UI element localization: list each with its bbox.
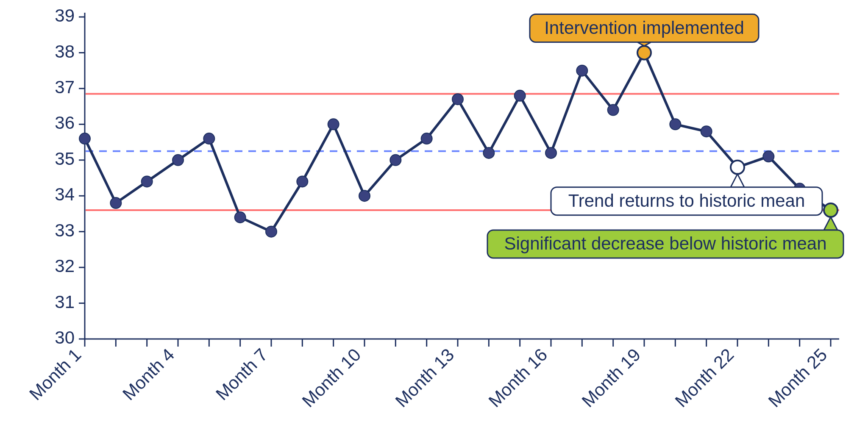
data-marker	[79, 133, 90, 144]
x-tick-label-group: Month 25	[764, 344, 831, 411]
y-tick-label: 35	[55, 149, 75, 169]
data-marker	[235, 212, 246, 223]
y-tick-label: 36	[55, 113, 75, 133]
x-tick-label: Month 1	[25, 344, 85, 404]
y-tick-label: 32	[55, 256, 75, 276]
data-marker	[359, 190, 370, 201]
data-marker	[545, 147, 556, 158]
data-marker	[203, 133, 214, 144]
callout-pointer-icon	[731, 174, 744, 187]
x-tick-label-group: Month 13	[391, 344, 458, 411]
data-marker	[110, 197, 121, 208]
x-tick-label-group: Month 7	[212, 344, 272, 404]
x-tick-label-group: Month 16	[484, 344, 551, 411]
x-tick-label: Month 16	[484, 344, 551, 411]
data-marker	[515, 90, 526, 101]
highlight-marker	[824, 203, 837, 217]
intervention: Intervention implemented	[530, 14, 759, 46]
data-marker	[266, 226, 277, 237]
callout-text: Trend returns to historic mean	[568, 191, 805, 211]
y-tick-label: 31	[55, 292, 75, 312]
callout-text: Intervention implemented	[544, 18, 744, 38]
y-tick-label: 39	[55, 6, 75, 25]
data-marker	[328, 119, 339, 130]
data-marker	[390, 155, 401, 166]
highlight-marker	[637, 46, 651, 59]
x-tick-label-group: Month 10	[298, 344, 364, 411]
significant-dec: Significant decrease below historic mean	[487, 217, 843, 258]
x-tick-label-group: Month 4	[119, 344, 178, 404]
data-marker	[763, 151, 774, 162]
data-marker	[142, 176, 153, 187]
y-tick-label: 37	[55, 77, 75, 97]
data-marker	[576, 65, 587, 76]
y-tick-label: 30	[55, 328, 75, 347]
data-marker	[297, 176, 308, 187]
trend-return: Trend returns to historic mean	[551, 174, 822, 215]
y-tick-label: 33	[55, 220, 75, 240]
x-tick-label: Month 25	[764, 344, 831, 411]
x-tick-label: Month 19	[578, 344, 644, 411]
y-tick-label: 34	[55, 184, 75, 204]
x-tick-label-group: Month 19	[578, 344, 644, 411]
data-marker	[701, 126, 712, 137]
data-marker	[608, 105, 619, 116]
x-tick-label-group: Month 22	[671, 344, 737, 411]
data-marker	[483, 147, 494, 158]
x-tick-label: Month 10	[298, 344, 364, 411]
callout-pointer-icon	[824, 217, 837, 230]
control-chart: 30313233343536373839Month 1Month 4Month …	[0, 0, 868, 436]
x-tick-label: Month 22	[671, 344, 737, 411]
highlight-marker	[731, 161, 744, 174]
x-tick-label: Month 4	[119, 344, 178, 404]
y-tick-label: 38	[55, 42, 75, 61]
callout-text: Significant decrease below historic mean	[504, 233, 826, 253]
x-tick-label: Month 7	[212, 344, 272, 404]
x-tick-label: Month 13	[391, 344, 458, 411]
x-tick-label-group: Month 1	[25, 344, 85, 404]
data-marker	[670, 119, 681, 130]
data-marker	[421, 133, 432, 144]
data-marker	[452, 94, 463, 105]
data-marker	[172, 155, 184, 166]
